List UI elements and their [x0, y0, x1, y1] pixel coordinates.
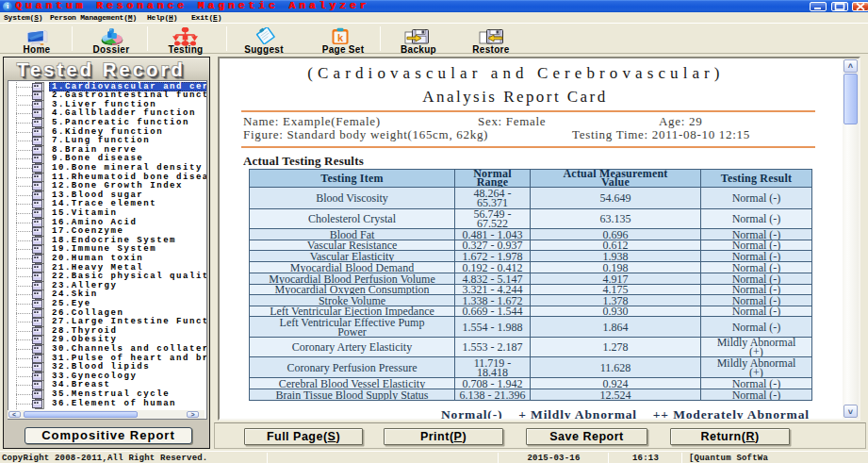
svg-text:k: k — [337, 32, 344, 43]
